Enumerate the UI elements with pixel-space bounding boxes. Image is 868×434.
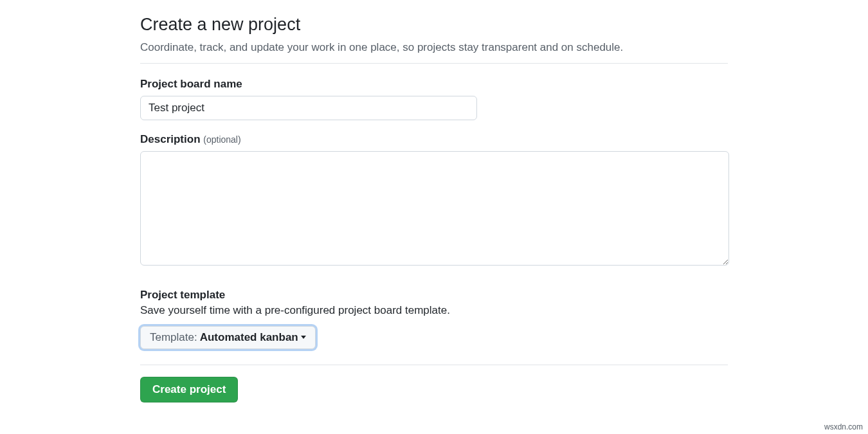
header-divider <box>140 63 728 64</box>
project-description-input[interactable] <box>140 151 729 266</box>
watermark-text: wsxdn.com <box>824 422 863 431</box>
name-field-group: Project board name <box>140 78 728 120</box>
description-label-text: Description <box>140 133 201 145</box>
template-dropdown-button[interactable]: Template: Automated kanban <box>140 326 316 349</box>
name-label: Project board name <box>140 78 728 91</box>
description-optional-text: (optional) <box>203 134 240 145</box>
description-label: Description (optional) <box>140 133 728 146</box>
project-name-input[interactable] <box>140 96 477 120</box>
chevron-down-icon <box>301 336 306 339</box>
page-title: Create a new project <box>140 14 728 36</box>
template-heading: Project template <box>140 289 728 302</box>
create-project-button[interactable]: Create project <box>140 377 238 402</box>
template-selected-value: Automated kanban <box>200 331 298 344</box>
submit-divider <box>140 365 728 365</box>
page-subtitle: Coordinate, track, and update your work … <box>140 40 728 55</box>
description-field-group: Description (optional) <box>140 133 728 268</box>
template-prefix: Template: <box>150 331 197 344</box>
template-description: Save yourself time with a pre-configured… <box>140 304 728 317</box>
template-section: Project template Save yourself time with… <box>140 289 728 349</box>
create-project-form: Create a new project Coordinate, track, … <box>0 0 868 402</box>
